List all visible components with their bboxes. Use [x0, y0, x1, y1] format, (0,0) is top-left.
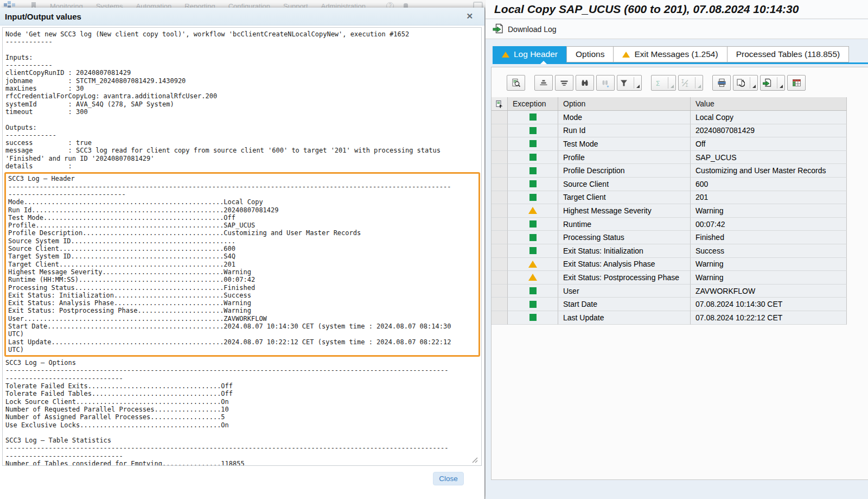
row-selector-cell[interactable] — [492, 271, 508, 285]
table-row[interactable]: Run Id 20240807081429 — [492, 124, 847, 138]
menubar-right-icons: ? — [386, 2, 408, 8]
tab[interactable]: Exit Messages (1.254) — [613, 46, 727, 62]
status-icon — [529, 167, 537, 174]
details-icon-button[interactable] — [507, 75, 525, 91]
tab[interactable]: Log Header — [493, 46, 567, 62]
row-selector-cell[interactable] — [492, 244, 508, 258]
row-selector-cell[interactable] — [492, 285, 508, 298]
views-icon-button[interactable] — [733, 75, 758, 91]
row-selector-cell[interactable] — [492, 218, 508, 231]
bookmark-icon[interactable] — [30, 2, 37, 8]
choose-layout-icon-button[interactable] — [787, 75, 806, 91]
status-icon — [528, 274, 537, 281]
table-row[interactable]: Target Client 201 — [492, 191, 847, 205]
menubar-item[interactable]: Monitoring — [50, 2, 83, 8]
exception-cell — [508, 298, 558, 311]
row-selector-cell[interactable] — [492, 204, 508, 218]
option-cell: Highest Message Severity — [558, 204, 691, 218]
close-button[interactable]: Close — [433, 472, 464, 485]
table-row[interactable]: Processing Status Finished — [492, 231, 847, 244]
close-icon[interactable]: ✕ — [466, 11, 473, 21]
exception-cell — [508, 137, 558, 151]
table-row[interactable]: Profile Description Customizing and User… — [492, 164, 847, 178]
table-row[interactable]: Exit Status: Analysis Phase Warning — [492, 258, 847, 271]
active-tab-underline — [493, 62, 868, 64]
export-icon-button[interactable] — [760, 75, 785, 91]
row-selector-cell[interactable] — [492, 191, 508, 205]
row-selector-cell[interactable] — [492, 111, 508, 124]
table-row[interactable]: Source Client 600 — [492, 178, 847, 191]
tab-strip: Log Header Options Exit Messages (1.254) — [493, 46, 868, 62]
warning-icon — [622, 52, 630, 58]
option-cell: Mode — [558, 111, 691, 124]
exception-cell — [508, 271, 558, 285]
exception-cell — [508, 164, 558, 178]
download-log-button[interactable]: Download Log — [493, 23, 557, 35]
subtotal-icon-button[interactable]: Σ Σ — [678, 75, 703, 91]
download-row: Download Log — [486, 20, 868, 39]
exception-cell — [508, 258, 558, 271]
row-selector-cell[interactable] — [492, 124, 508, 138]
table-row[interactable]: Exit Status: Postprocessing Phase Warnin… — [492, 271, 847, 285]
tab[interactable]: Options — [566, 46, 614, 62]
export-icon — [763, 78, 772, 87]
resize-handle[interactable] — [470, 456, 478, 463]
row-selector-cell[interactable] — [492, 298, 508, 311]
status-icon — [529, 301, 537, 308]
svg-text:Σ: Σ — [686, 83, 688, 87]
table-row[interactable]: Highest Message Severity Warning — [492, 204, 847, 218]
tab-label: Log Header — [514, 49, 558, 59]
menubar-item[interactable]: Systems — [96, 2, 123, 8]
notification-icon[interactable] — [404, 3, 408, 8]
print-icon-button[interactable] — [712, 75, 731, 91]
menubar-item[interactable]: Administration — [321, 2, 366, 8]
column-config-icon[interactable] — [492, 97, 508, 111]
status-icon — [529, 314, 537, 321]
menubar-item[interactable]: Configuration — [228, 2, 270, 8]
sum-icon-button[interactable]: Σ — [651, 75, 676, 91]
column-header-exception[interactable]: Exception — [508, 97, 558, 111]
status-icon — [529, 127, 537, 134]
table-row[interactable]: Exit Status: Initialization Success — [492, 244, 847, 258]
exception-cell — [508, 191, 558, 205]
comment-chip[interactable]: Comment — [473, 2, 485, 8]
tab[interactable]: Processed Tables (118.855) — [727, 46, 850, 62]
column-header-option[interactable]: Option — [558, 97, 691, 111]
table-row[interactable]: Last Update 07.08.2024 10:22:12 CET — [492, 311, 847, 325]
svg-text:Σ: Σ — [656, 79, 660, 87]
table-row[interactable]: Test Mode Off — [492, 137, 847, 151]
find-next-icon — [601, 79, 610, 87]
menubar-item[interactable]: Automation — [136, 2, 172, 8]
sort-descending-icon-button[interactable] — [555, 75, 573, 91]
exception-cell — [508, 218, 558, 231]
status-icon — [529, 113, 537, 121]
log-header-section-text: SCC3 Log – Header ----------------------… — [8, 175, 478, 353]
column-header-value[interactable]: Value — [691, 97, 847, 111]
log-text-area[interactable]: Node 'Get new SCC3 log (New client copy … — [2, 27, 482, 466]
exception-cell — [508, 285, 558, 298]
option-cell: Last Update — [558, 311, 691, 325]
value-cell: SAP_UCUS — [691, 151, 847, 165]
row-selector-cell[interactable] — [492, 258, 508, 271]
status-icon — [528, 207, 537, 214]
menubar-item[interactable]: Reporting — [184, 2, 215, 8]
table-row[interactable]: Mode Local Copy — [492, 111, 847, 124]
find-next-icon-button[interactable] — [596, 75, 615, 91]
row-selector-cell[interactable] — [492, 178, 508, 191]
table-row[interactable]: Runtime 00:07:42 — [492, 218, 847, 231]
value-cell: Success — [691, 244, 847, 258]
menubar-item[interactable]: Support — [283, 2, 308, 8]
table-row[interactable]: Profile SAP_UCUS — [492, 151, 847, 165]
row-selector-cell[interactable] — [492, 164, 508, 178]
row-selector-cell[interactable] — [492, 151, 508, 165]
row-selector-cell[interactable] — [492, 231, 508, 244]
row-selector-cell[interactable] — [492, 137, 508, 151]
help-icon[interactable]: ? — [386, 2, 394, 8]
sort-ascending-icon-button[interactable] — [534, 75, 553, 91]
table-row[interactable]: Start Date 07.08.2024 10:14:30 CET — [492, 298, 847, 311]
row-selector-cell[interactable] — [492, 311, 508, 325]
filter-icon-button[interactable] — [617, 75, 642, 91]
find-icon-button[interactable] — [576, 75, 594, 91]
table-row[interactable]: User ZAVWORKFLOW — [492, 285, 847, 298]
status-icon — [528, 261, 537, 268]
